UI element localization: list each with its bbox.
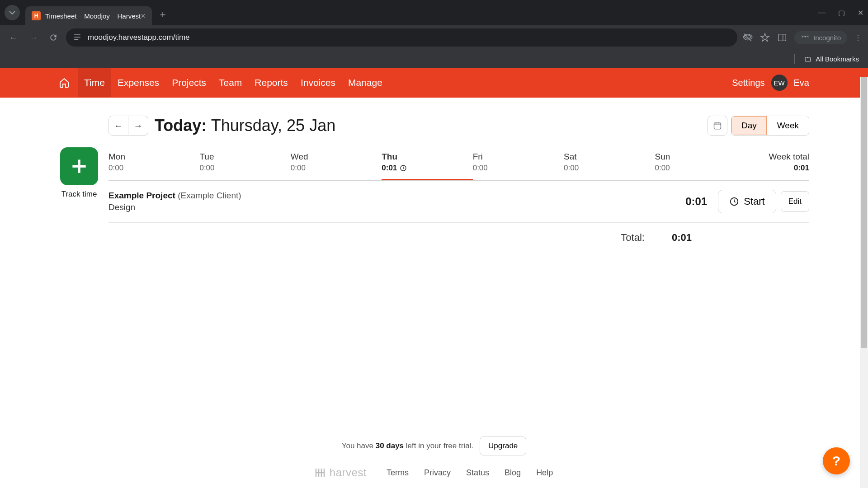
entry-project: Example Project (Example Client) [108,191,685,201]
total-label: Total: [621,232,645,244]
help-fab-button[interactable]: ? [823,447,850,474]
week-day-tabs: Mon 0:00 Tue 0:00 Wed 0:00 Thu 0:01 Fri … [108,147,809,181]
start-timer-button[interactable]: Start [718,190,776,213]
nav-time[interactable]: Time [78,68,111,97]
browser-tab[interactable]: H Timesheet – Moodjoy – Harvest × [25,6,152,25]
tab-search-dropdown[interactable] [5,5,20,20]
total-value: 0:01 [672,232,692,244]
day-tab-wed[interactable]: Wed 0:00 [291,147,382,180]
bookmark-star-icon[interactable] [760,33,770,42]
close-window-icon[interactable]: ✕ [858,9,863,17]
tracking-protection-icon[interactable] [743,33,753,42]
next-day-button[interactable]: → [128,116,148,136]
browser-toolbar: ← → moodjoy.harvestapp.com/time Incognit… [0,25,868,50]
harvest-logo: harvest [315,466,367,479]
harvest-favicon-icon: H [32,11,41,20]
day-tab-tue[interactable]: Tue 0:00 [199,147,290,180]
svg-rect-4 [714,123,721,129]
close-tab-icon[interactable]: × [141,11,146,21]
day-tab-fri[interactable]: Fri 0:00 [473,147,564,180]
nav-expenses[interactable]: Expenses [111,68,165,97]
nav-reports[interactable]: Reports [248,68,294,97]
day-tab-thu[interactable]: Thu 0:01 [382,147,472,180]
browser-tab-strip: H Timesheet – Moodjoy – Harvest × + — ▢ … [0,0,868,25]
view-day-button[interactable]: Day [731,116,767,135]
nav-invoices[interactable]: Invoices [294,68,342,97]
clock-icon [729,197,739,206]
calendar-icon [713,121,722,130]
footer-link-privacy[interactable]: Privacy [424,468,451,478]
footer: You have 30 days left in your free trial… [0,436,868,479]
bookmarks-bar: All Bookmarks [0,50,868,68]
nav-items: Time Expenses Projects Team Reports Invo… [78,68,389,97]
window-controls: — ▢ ✕ [818,9,863,17]
entry-task: Design [108,202,685,212]
footer-link-help[interactable]: Help [536,468,553,478]
clock-icon [400,164,407,172]
upgrade-button[interactable]: Upgrade [480,436,526,455]
maximize-icon[interactable]: ▢ [838,9,845,17]
view-toggle: Day Week [731,116,809,136]
home-icon[interactable] [59,77,70,88]
track-time-label: Track time [59,190,99,199]
address-bar[interactable]: moodjoy.harvestapp.com/time [66,28,737,47]
all-bookmarks-button[interactable]: All Bookmarks [804,55,859,63]
back-button[interactable]: ← [6,30,21,45]
side-panel-icon[interactable] [777,33,787,42]
trial-text: You have 30 days left in your free trial… [342,441,473,450]
svg-rect-0 [778,34,786,41]
calendar-button[interactable] [708,116,727,136]
user-avatar[interactable]: EW [771,75,788,91]
view-week-button[interactable]: Week [767,116,809,135]
app-navbar: Time Expenses Projects Team Reports Invo… [0,68,868,98]
scrollbar-thumb[interactable] [861,77,867,348]
day-tab-sat[interactable]: Sat 0:00 [564,147,655,180]
user-name[interactable]: Eva [794,78,809,88]
forward-button[interactable]: → [26,30,41,45]
page-title: Today: Thursday, 25 Jan [155,116,335,135]
footer-link-terms[interactable]: Terms [387,468,409,478]
browser-menu-icon[interactable]: ⋮ [854,33,862,42]
reload-button[interactable] [46,30,61,45]
nav-manage[interactable]: Manage [342,68,389,97]
footer-link-status[interactable]: Status [466,468,489,478]
minimize-icon[interactable]: — [818,9,826,17]
track-time-button[interactable] [60,147,98,185]
site-settings-icon[interactable] [73,33,81,42]
time-entry-row: Example Project (Example Client) Design … [108,181,809,223]
footer-link-blog[interactable]: Blog [505,468,521,478]
day-tab-sun[interactable]: Sun 0:00 [655,147,746,180]
edit-entry-button[interactable]: Edit [781,191,809,212]
nav-settings[interactable]: Settings [732,78,764,88]
tab-title: Timesheet – Moodjoy – Harvest [45,12,141,20]
prev-day-button[interactable]: ← [108,116,128,136]
new-tab-button[interactable]: + [160,9,166,21]
scrollbar[interactable] [860,77,868,488]
entry-duration: 0:01 [685,195,707,208]
url-text: moodjoy.harvestapp.com/time [88,33,190,42]
incognito-badge[interactable]: Incognito [794,31,847,44]
day-total-row: Total: 0:01 [108,223,809,253]
nav-projects[interactable]: Projects [165,68,212,97]
nav-team[interactable]: Team [212,68,248,97]
day-tab-mon[interactable]: Mon 0:00 [108,147,199,180]
week-total: Week total 0:01 [746,147,809,180]
